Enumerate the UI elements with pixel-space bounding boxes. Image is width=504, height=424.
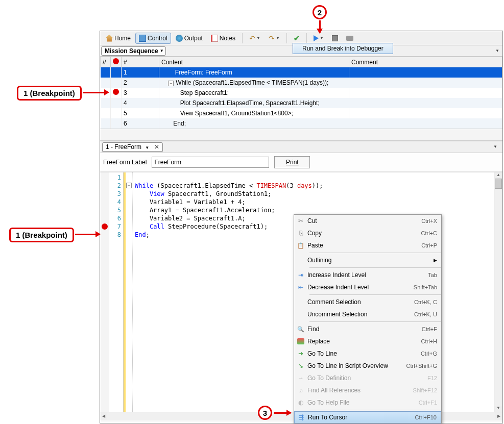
menu-item-uncomment-selection[interactable]: Uncomment SelectionCtrl+K, U bbox=[294, 308, 441, 320]
shortcut-label: Ctrl+F1 bbox=[419, 400, 437, 406]
collapse-icon[interactable]: − bbox=[168, 81, 174, 86]
freeform-label-input[interactable] bbox=[152, 157, 269, 168]
undo-button[interactable]: ↶▼ bbox=[246, 33, 264, 44]
freeform-label-row: FreeForm Label Print bbox=[100, 153, 502, 172]
menu-item-label: Find bbox=[307, 326, 422, 333]
home-icon bbox=[106, 35, 113, 42]
mission-sequence-dropdown[interactable]: Mission Sequence bbox=[101, 46, 166, 56]
notes-button[interactable]: Notes bbox=[207, 33, 239, 44]
table-row[interactable]: 4 Plot Spacecraft1.ElapsedTime, Spacecra… bbox=[101, 98, 502, 108]
menu-separator bbox=[309, 410, 441, 410]
menu-item-comment-selection[interactable]: Comment SelectionCtrl+K, C bbox=[294, 296, 441, 308]
col-breakpoint[interactable] bbox=[111, 57, 122, 67]
menu-item-label: Go To Line bbox=[307, 350, 421, 357]
shortcut-label: Ctrl+F10 bbox=[415, 414, 437, 420]
menu-item-run-to-cursor[interactable]: Run To CursorCtrl+F10 bbox=[294, 411, 441, 423]
menu-item-go-to-help-file: Go To Help FileCtrl+F1 bbox=[294, 396, 441, 409]
breakpoint-icon bbox=[113, 58, 119, 64]
scroll-up-icon[interactable]: ▲ bbox=[494, 172, 502, 179]
record-button[interactable] bbox=[343, 33, 357, 44]
callout-1b-label: 1 (Breakpoint) bbox=[9, 228, 74, 242]
globe-icon bbox=[176, 35, 183, 42]
table-row[interactable]: 2 −While (Spacecraft1.ElapsedTime < TIME… bbox=[101, 78, 502, 88]
breakpoint-gutter[interactable] bbox=[100, 172, 109, 412]
arrow-1b bbox=[75, 234, 100, 235]
notes-label: Notes bbox=[220, 35, 235, 42]
redo-button[interactable]: ↷▼ bbox=[265, 33, 283, 44]
scroll-down-icon[interactable]: ▼ bbox=[494, 406, 502, 412]
shortcut-label: Ctrl+F bbox=[422, 326, 437, 332]
separator bbox=[306, 33, 307, 43]
menu-item-decrease-indent-level[interactable]: Decrease Indent LevelShift+Tab bbox=[294, 281, 441, 293]
ci-run-icon bbox=[295, 414, 308, 421]
menu-item-label: Find All References bbox=[307, 387, 413, 394]
fold-gutter[interactable]: − bbox=[126, 172, 133, 412]
ci-goto-ov-icon bbox=[294, 362, 307, 369]
shortcut-label: Ctrl+H bbox=[421, 338, 437, 344]
callout-1a-label: 1 (Breakpoint) bbox=[17, 86, 82, 101]
menu-item-increase-indent-level[interactable]: Increase Indent LevelTab bbox=[294, 269, 441, 281]
shortcut-label: Ctrl+P bbox=[421, 242, 437, 248]
breakpoint-icon[interactable] bbox=[113, 89, 119, 95]
run-button[interactable]: ▼ bbox=[310, 33, 327, 44]
breakpoint-icon[interactable] bbox=[102, 223, 108, 230]
print-button[interactable]: Print bbox=[274, 156, 310, 168]
menu-item-go-to-definition: Go To DefinitionF12 bbox=[294, 372, 441, 384]
menu-separator bbox=[309, 267, 441, 268]
menu-separator bbox=[309, 294, 441, 295]
scroll-thumb[interactable] bbox=[495, 179, 502, 189]
menu-item-outlining[interactable]: Outlining▶ bbox=[294, 254, 441, 266]
table-row[interactable]: 1 FreeForm: FreeForm bbox=[101, 67, 502, 78]
scroll-right-icon[interactable]: ▶ bbox=[495, 412, 502, 420]
col-comment-text[interactable]: Comment bbox=[349, 57, 502, 67]
menu-item-label: Comment Selection bbox=[307, 298, 414, 306]
callout-3: 3 bbox=[258, 406, 272, 420]
menu-item-label: Go To Line in Script Overview bbox=[307, 362, 406, 369]
menu-item-label: Go To Definition bbox=[307, 375, 427, 382]
menu-item-cut[interactable]: CutCtrl+X bbox=[294, 215, 441, 227]
col-number[interactable]: # bbox=[122, 57, 159, 67]
menu-item-go-to-line[interactable]: Go To LineCtrl+G bbox=[294, 347, 441, 360]
table-row[interactable]: 5 View Spacecraft1, GroundStation1<800>; bbox=[101, 108, 502, 118]
menu-item-find[interactable]: FindCtrl+F bbox=[294, 323, 441, 335]
ci-replace-icon bbox=[294, 338, 307, 344]
run-dropdown-tooltip[interactable]: Run and Break into Debugger bbox=[293, 43, 393, 54]
output-label: Output bbox=[184, 35, 203, 42]
shortcut-label: F12 bbox=[427, 375, 437, 381]
freeform-tab[interactable]: 1 - FreeForm ▼ ✕ bbox=[102, 142, 163, 152]
menu-separator bbox=[309, 321, 441, 322]
close-icon[interactable]: ✕ bbox=[154, 143, 159, 151]
home-button[interactable]: Home bbox=[102, 33, 134, 44]
validate-button[interactable]: ✔ bbox=[290, 33, 303, 44]
shortcut-label: Shift+Tab bbox=[414, 284, 437, 290]
camera-icon bbox=[346, 36, 353, 41]
callout-3-label: 3 bbox=[258, 406, 272, 420]
ci-def-icon bbox=[294, 375, 307, 382]
line-number-gutter: 12345678 bbox=[109, 172, 124, 412]
table-row[interactable]: 6 End; bbox=[101, 118, 502, 129]
menu-item-replace[interactable]: ReplaceCtrl+H bbox=[294, 335, 441, 347]
chevron-down-icon[interactable]: ▼ bbox=[493, 144, 497, 149]
control-button[interactable]: Control bbox=[135, 33, 171, 44]
chevron-down-icon[interactable]: ▼ bbox=[495, 48, 499, 53]
table-row[interactable]: 3 Step Spacecraft1; bbox=[101, 88, 502, 98]
home-label: Home bbox=[114, 35, 131, 42]
chevron-right-icon: ▶ bbox=[434, 258, 437, 263]
menu-item-paste[interactable]: PasteCtrl+P bbox=[294, 239, 441, 252]
output-button[interactable]: Output bbox=[172, 33, 206, 44]
ci-help-icon bbox=[294, 399, 307, 406]
col-content[interactable]: Content bbox=[159, 57, 349, 67]
stop-button[interactable] bbox=[328, 33, 342, 44]
stop-icon bbox=[332, 35, 338, 41]
vertical-scrollbar[interactable]: ▲ ▼ bbox=[494, 172, 502, 412]
fold-icon[interactable]: − bbox=[126, 183, 132, 188]
scroll-left-icon[interactable]: ◀ bbox=[100, 412, 107, 420]
menu-item-copy[interactable]: CopyCtrl+C bbox=[294, 227, 441, 239]
separator bbox=[286, 33, 287, 43]
menu-item-go-to-line-in-script-overview[interactable]: Go To Line in Script OverviewCtrl+Shift+… bbox=[294, 360, 441, 372]
chevron-down-icon: ▼ bbox=[320, 36, 324, 40]
ci-ref-icon bbox=[294, 387, 307, 394]
control-icon bbox=[139, 35, 146, 42]
col-comment-toggle[interactable]: // bbox=[101, 57, 111, 67]
chevron-down-icon[interactable]: ▼ bbox=[145, 145, 149, 150]
